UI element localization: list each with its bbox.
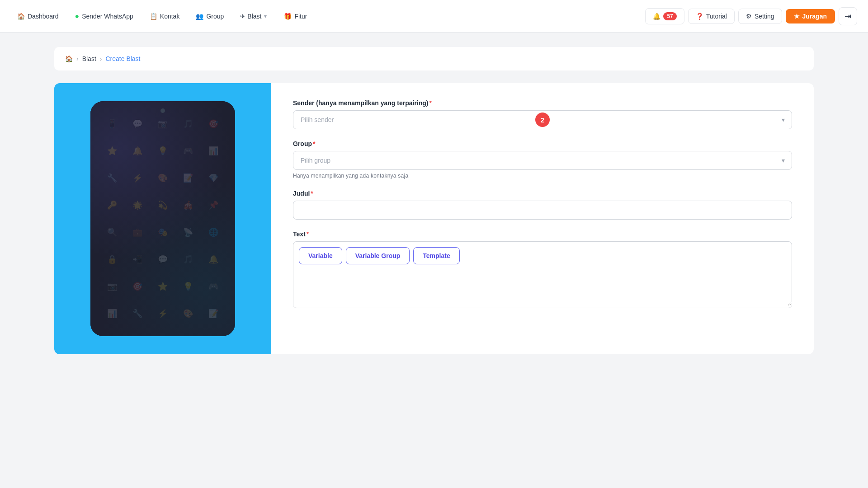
phone-icon-20: 📌 — [201, 192, 226, 219]
phone-icon-27: 📲 — [125, 246, 150, 273]
sender-select-wrapper: Pilih sender ▾ 2 — [293, 110, 792, 129]
phone-icon-12: ⚡ — [125, 164, 150, 192]
logout-button[interactable]: ⇥ — [839, 7, 857, 25]
star-icon: ★ — [794, 13, 800, 20]
breadcrumb-current: Create Blast — [105, 55, 140, 62]
phone-icon-31: 📷 — [99, 273, 125, 300]
fitur-icon: 🎁 — [284, 13, 292, 20]
nav-group[interactable]: 👥 Group — [189, 9, 230, 23]
content-area: 📱 💬 📷 🎵 🎯 ⭐ 🔔 💡 🎮 📊 🔧 ⚡ 🎨 📝 💎 🔑 — [54, 83, 814, 354]
text-group: Text * Variable Variable Group Template — [293, 230, 792, 308]
text-textarea[interactable] — [293, 270, 792, 306]
phone-icon-36: 📊 — [99, 300, 125, 327]
phone-icon-30: 🔔 — [201, 246, 226, 273]
sender-group: Sender (hanya menampilkan yang terpairin… — [293, 99, 792, 129]
breadcrumb: 🏠 › Blast › Create Blast — [54, 47, 814, 70]
phone-icon-39: 🎨 — [175, 300, 201, 327]
phone-icon-37: 🔧 — [125, 300, 150, 327]
nav-blast[interactable]: ✈ Blast ▾ — [234, 9, 274, 23]
nav-fitur[interactable]: 🎁 Fitur — [278, 9, 313, 23]
setting-button[interactable]: ⚙ Setting — [738, 9, 782, 24]
tutorial-label: Tutorial — [706, 13, 727, 20]
phone-icon-6: ⭐ — [99, 137, 125, 164]
nav-fitur-label: Fitur — [294, 13, 307, 20]
phone-icon-7: 🔔 — [125, 137, 150, 164]
variable-button[interactable]: Variable — [299, 247, 342, 264]
tutorial-icon: ❓ — [696, 13, 703, 20]
text-required-mark: * — [307, 230, 309, 238]
phone-icon-5: 🎯 — [201, 110, 226, 137]
phone-mockup: 📱 💬 📷 🎵 🎯 ⭐ 🔔 💡 🎮 📊 🔧 ⚡ 🎨 📝 💎 🔑 — [90, 101, 235, 336]
template-button[interactable]: Template — [413, 247, 459, 264]
phone-icon-1: 📱 — [99, 110, 125, 137]
sender-required-mark: * — [429, 99, 432, 107]
blast-chevron-icon: ▾ — [264, 13, 267, 19]
judul-label: Judul * — [293, 190, 792, 197]
phone-icon-26: 🔒 — [99, 246, 125, 273]
phone-icon-4: 🎵 — [175, 110, 201, 137]
setting-label: Setting — [755, 13, 774, 20]
phone-icon-34: 💡 — [175, 273, 201, 300]
phone-icon-21: 🔍 — [99, 219, 125, 246]
phone-icon-3: 📷 — [150, 110, 175, 137]
phone-icon-38: ⚡ — [150, 300, 175, 327]
sender-label: Sender (hanya menampilkan yang terpairin… — [293, 99, 792, 107]
nav-kontak-label: Kontak — [160, 13, 180, 20]
phone-icon-10: 📊 — [201, 137, 226, 164]
phone-icon-9: 🎮 — [175, 137, 201, 164]
phone-icon-2: 💬 — [125, 110, 150, 137]
kontak-icon: 📋 — [150, 13, 157, 20]
notification-button[interactable]: 🔔 57 — [645, 8, 684, 24]
judul-label-text: Judul — [293, 190, 310, 197]
sender-label-text: Sender (hanya menampilkan yang terpairin… — [293, 99, 429, 107]
phone-icon-18: 💫 — [150, 192, 175, 219]
phone-icon-25: 🌐 — [201, 219, 226, 246]
logout-icon: ⇥ — [844, 11, 851, 21]
phone-icon-40: 📝 — [201, 300, 226, 327]
sender-select[interactable]: Pilih sender — [293, 110, 792, 129]
nav-kontak[interactable]: 📋 Kontak — [143, 9, 186, 23]
nav-right-actions: 🔔 57 ❓ Tutorial ⚙ Setting ★ Juragan ⇥ — [645, 7, 857, 25]
variable-group-button[interactable]: Variable Group — [346, 247, 410, 264]
text-buttons-row: Variable Variable Group Template — [293, 242, 792, 264]
group-label: Group * — [293, 140, 792, 147]
group-group: Group * Pilih group ▾ Hanya menampilkan … — [293, 140, 792, 179]
group-hint: Hanya menampilkan yang ada kontaknya saj… — [293, 173, 792, 179]
phone-icon-35: 🎮 — [201, 273, 226, 300]
tutorial-button[interactable]: ❓ Tutorial — [688, 9, 735, 24]
phone-icon-13: 🎨 — [150, 164, 175, 192]
phone-icon-16: 🔑 — [99, 192, 125, 219]
phone-icon-24: 📡 — [175, 219, 201, 246]
judul-input[interactable] — [293, 201, 792, 220]
phone-icon-14: 📝 — [175, 164, 201, 192]
group-required-mark: * — [313, 140, 315, 147]
bell-icon: 🔔 — [653, 13, 660, 20]
phone-panel: 📱 💬 📷 🎵 🎯 ⭐ 🔔 💡 🎮 📊 🔧 ⚡ 🎨 📝 💎 🔑 — [54, 83, 271, 354]
judul-group: Judul * — [293, 190, 792, 220]
juragan-button[interactable]: ★ Juragan — [786, 9, 835, 23]
phone-icon-28: 💬 — [150, 246, 175, 273]
text-area-wrapper: Variable Variable Group Template — [293, 241, 792, 308]
group-label-text: Group — [293, 140, 312, 147]
phone-icon-15: 💎 — [201, 164, 226, 192]
judul-required-mark: * — [311, 190, 313, 197]
breadcrumb-blast-link[interactable]: Blast — [82, 55, 96, 62]
breadcrumb-sep-1: › — [76, 55, 79, 62]
navbar: 🏠 Dashboard ● Sender WhatsApp 📋 Kontak 👥… — [0, 0, 868, 33]
nav-sender-whatsapp[interactable]: ● Sender WhatsApp — [69, 9, 140, 24]
nav-dashboard[interactable]: 🏠 Dashboard — [11, 9, 65, 23]
blast-icon: ✈ — [240, 13, 245, 20]
whatsapp-icon: ● — [75, 12, 80, 20]
group-select[interactable]: Pilih group — [293, 151, 792, 170]
phone-icon-17: 🌟 — [125, 192, 150, 219]
breadcrumb-sep-2: › — [100, 55, 102, 62]
breadcrumb-home-icon: 🏠 — [65, 55, 73, 62]
nav-blast-label: Blast — [247, 13, 261, 20]
phone-icon-23: 🎭 — [150, 219, 175, 246]
phone-icon-32: 🎯 — [125, 273, 150, 300]
phone-icon-19: 🎪 — [175, 192, 201, 219]
phone-icon-11: 🔧 — [99, 164, 125, 192]
notification-badge: 57 — [663, 12, 676, 20]
text-label: Text * — [293, 230, 792, 238]
gear-icon: ⚙ — [746, 13, 752, 20]
